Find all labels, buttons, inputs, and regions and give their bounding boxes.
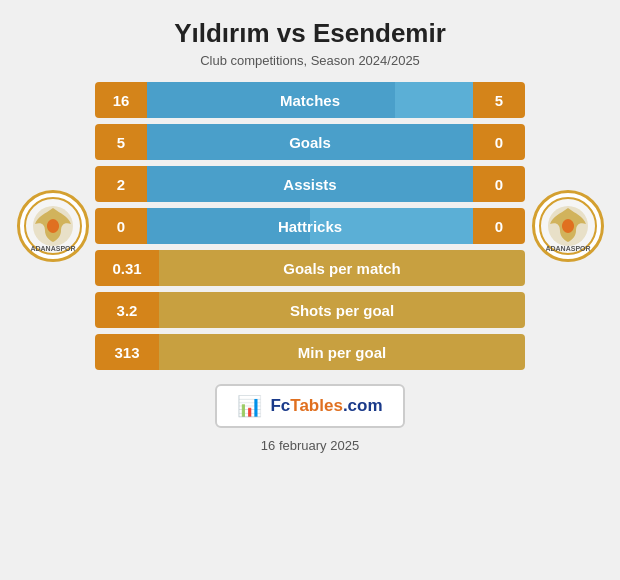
stat-left-value: 16 <box>95 82 147 118</box>
right-team-logo: ADANASPOR <box>532 190 604 262</box>
page-title: Yıldırım vs Esendemir <box>174 18 446 49</box>
stat-row: 16 Matches 5 <box>95 82 525 118</box>
stat-single-label: Shots per goal <box>290 302 394 319</box>
page-subtitle: Club competitions, Season 2024/2025 <box>200 53 420 68</box>
stat-left-value: 2 <box>95 166 147 202</box>
stat-row-single: 3.2 Shots per goal <box>95 292 525 328</box>
stat-row-single: 0.31 Goals per match <box>95 250 525 286</box>
stat-row-single: 313 Min per goal <box>95 334 525 370</box>
stat-bar: Matches <box>147 82 473 118</box>
stat-row: 0 Hattricks 0 <box>95 208 525 244</box>
stats-container: 16 Matches 5 5 Goals 0 2 Assists <box>95 82 525 370</box>
stat-label: Goals <box>289 134 331 151</box>
logo-left: ADANASPOR <box>10 190 95 262</box>
left-team-logo: ADANASPOR <box>17 190 89 262</box>
stat-left-value: 5 <box>95 124 147 160</box>
stat-label: Assists <box>283 176 336 193</box>
stat-right-value: 0 <box>473 124 525 160</box>
stat-right-value: 0 <box>473 208 525 244</box>
stat-single-label: Min per goal <box>298 344 386 361</box>
svg-text:ADANASPOR: ADANASPOR <box>30 245 75 252</box>
page-wrapper: Yıldırım vs Esendemir Club competitions,… <box>0 0 620 580</box>
stat-single-label: Goals per match <box>283 260 401 277</box>
stat-left-value: 0 <box>95 208 147 244</box>
date-footer: 16 february 2025 <box>261 438 359 453</box>
stat-single-bar: Min per goal <box>159 334 525 370</box>
logo-right: ADANASPOR <box>525 190 610 262</box>
stat-bar: Hattricks <box>147 208 473 244</box>
stat-right-value: 5 <box>473 82 525 118</box>
svg-text:ADANASPOR: ADANASPOR <box>545 245 590 252</box>
stat-row: 5 Goals 0 <box>95 124 525 160</box>
stat-row: 2 Assists 0 <box>95 166 525 202</box>
stat-single-value: 3.2 <box>95 292 159 328</box>
fctables-icon: 📊 <box>237 394 262 418</box>
stat-single-value: 313 <box>95 334 159 370</box>
stat-right-value: 0 <box>473 166 525 202</box>
stat-single-bar: Shots per goal <box>159 292 525 328</box>
main-section: ADANASPOR 16 Matches 5 5 Goals 0 <box>10 82 610 370</box>
fctables-text: FcTables.com <box>270 396 382 416</box>
stat-single-value: 0.31 <box>95 250 159 286</box>
stat-single-bar: Goals per match <box>159 250 525 286</box>
fctables-branding: 📊 FcTables.com <box>215 384 404 428</box>
stat-label: Hattricks <box>278 218 342 235</box>
stat-bar: Assists <box>147 166 473 202</box>
stat-label: Matches <box>280 92 340 109</box>
stat-bar: Goals <box>147 124 473 160</box>
